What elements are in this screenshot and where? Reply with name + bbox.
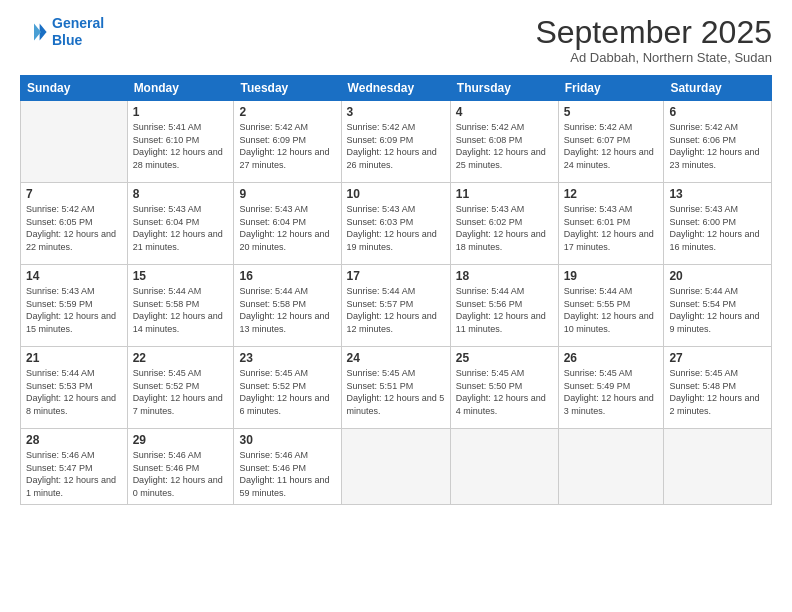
- day-info: Sunrise: 5:42 AMSunset: 6:07 PMDaylight:…: [564, 121, 659, 171]
- day-number: 14: [26, 269, 122, 283]
- day-number: 8: [133, 187, 229, 201]
- logo: General Blue: [20, 15, 104, 49]
- calendar-cell: [341, 429, 450, 504]
- day-number: 6: [669, 105, 766, 119]
- calendar-cell: 19Sunrise: 5:44 AMSunset: 5:55 PMDayligh…: [558, 265, 664, 347]
- calendar-cell: 14Sunrise: 5:43 AMSunset: 5:59 PMDayligh…: [21, 265, 128, 347]
- day-number: 17: [347, 269, 445, 283]
- day-info: Sunrise: 5:43 AMSunset: 5:59 PMDaylight:…: [26, 285, 122, 335]
- week-row: 14Sunrise: 5:43 AMSunset: 5:59 PMDayligh…: [21, 265, 772, 347]
- calendar-cell: 17Sunrise: 5:44 AMSunset: 5:57 PMDayligh…: [341, 265, 450, 347]
- calendar-cell: 29Sunrise: 5:46 AMSunset: 5:46 PMDayligh…: [127, 429, 234, 504]
- weekday-header: Sunday: [21, 76, 128, 101]
- day-info: Sunrise: 5:42 AMSunset: 6:08 PMDaylight:…: [456, 121, 553, 171]
- day-number: 1: [133, 105, 229, 119]
- weekday-header: Wednesday: [341, 76, 450, 101]
- day-info: Sunrise: 5:41 AMSunset: 6:10 PMDaylight:…: [133, 121, 229, 171]
- day-number: 23: [239, 351, 335, 365]
- calendar-cell: 10Sunrise: 5:43 AMSunset: 6:03 PMDayligh…: [341, 183, 450, 265]
- day-number: 24: [347, 351, 445, 365]
- day-number: 20: [669, 269, 766, 283]
- calendar-cell: 27Sunrise: 5:45 AMSunset: 5:48 PMDayligh…: [664, 347, 772, 429]
- day-info: Sunrise: 5:46 AMSunset: 5:46 PMDaylight:…: [239, 449, 335, 499]
- day-number: 19: [564, 269, 659, 283]
- day-info: Sunrise: 5:45 AMSunset: 5:52 PMDaylight:…: [133, 367, 229, 417]
- subtitle: Ad Dabbah, Northern State, Sudan: [535, 50, 772, 65]
- calendar-cell: 21Sunrise: 5:44 AMSunset: 5:53 PMDayligh…: [21, 347, 128, 429]
- calendar-cell: 28Sunrise: 5:46 AMSunset: 5:47 PMDayligh…: [21, 429, 128, 504]
- weekday-header: Thursday: [450, 76, 558, 101]
- day-number: 15: [133, 269, 229, 283]
- day-info: Sunrise: 5:43 AMSunset: 6:04 PMDaylight:…: [239, 203, 335, 253]
- day-info: Sunrise: 5:43 AMSunset: 6:04 PMDaylight:…: [133, 203, 229, 253]
- day-number: 10: [347, 187, 445, 201]
- logo-text: General Blue: [52, 15, 104, 49]
- week-row: 7Sunrise: 5:42 AMSunset: 6:05 PMDaylight…: [21, 183, 772, 265]
- day-info: Sunrise: 5:46 AMSunset: 5:46 PMDaylight:…: [133, 449, 229, 499]
- day-number: 18: [456, 269, 553, 283]
- calendar-cell: 3Sunrise: 5:42 AMSunset: 6:09 PMDaylight…: [341, 101, 450, 183]
- day-number: 22: [133, 351, 229, 365]
- day-number: 26: [564, 351, 659, 365]
- calendar-cell: 1Sunrise: 5:41 AMSunset: 6:10 PMDaylight…: [127, 101, 234, 183]
- calendar-cell: 22Sunrise: 5:45 AMSunset: 5:52 PMDayligh…: [127, 347, 234, 429]
- day-number: 4: [456, 105, 553, 119]
- calendar-cell: 13Sunrise: 5:43 AMSunset: 6:00 PMDayligh…: [664, 183, 772, 265]
- day-info: Sunrise: 5:44 AMSunset: 5:58 PMDaylight:…: [133, 285, 229, 335]
- header: General Blue September 2025 Ad Dabbah, N…: [20, 15, 772, 65]
- week-row: 28Sunrise: 5:46 AMSunset: 5:47 PMDayligh…: [21, 429, 772, 504]
- day-number: 11: [456, 187, 553, 201]
- calendar-cell: 26Sunrise: 5:45 AMSunset: 5:49 PMDayligh…: [558, 347, 664, 429]
- calendar-cell: 2Sunrise: 5:42 AMSunset: 6:09 PMDaylight…: [234, 101, 341, 183]
- day-info: Sunrise: 5:44 AMSunset: 5:53 PMDaylight:…: [26, 367, 122, 417]
- calendar-cell: 9Sunrise: 5:43 AMSunset: 6:04 PMDaylight…: [234, 183, 341, 265]
- logo-icon: [20, 18, 48, 46]
- calendar-cell: 6Sunrise: 5:42 AMSunset: 6:06 PMDaylight…: [664, 101, 772, 183]
- day-info: Sunrise: 5:45 AMSunset: 5:50 PMDaylight:…: [456, 367, 553, 417]
- day-info: Sunrise: 5:42 AMSunset: 6:09 PMDaylight:…: [239, 121, 335, 171]
- day-number: 16: [239, 269, 335, 283]
- calendar-cell: [21, 101, 128, 183]
- calendar-cell: 20Sunrise: 5:44 AMSunset: 5:54 PMDayligh…: [664, 265, 772, 347]
- day-number: 3: [347, 105, 445, 119]
- day-number: 21: [26, 351, 122, 365]
- weekday-header: Saturday: [664, 76, 772, 101]
- calendar-cell: 30Sunrise: 5:46 AMSunset: 5:46 PMDayligh…: [234, 429, 341, 504]
- calendar-cell: 18Sunrise: 5:44 AMSunset: 5:56 PMDayligh…: [450, 265, 558, 347]
- calendar-table: SundayMondayTuesdayWednesdayThursdayFrid…: [20, 75, 772, 504]
- day-info: Sunrise: 5:46 AMSunset: 5:47 PMDaylight:…: [26, 449, 122, 499]
- calendar-cell: 8Sunrise: 5:43 AMSunset: 6:04 PMDaylight…: [127, 183, 234, 265]
- weekday-header: Friday: [558, 76, 664, 101]
- day-info: Sunrise: 5:44 AMSunset: 5:56 PMDaylight:…: [456, 285, 553, 335]
- day-info: Sunrise: 5:44 AMSunset: 5:54 PMDaylight:…: [669, 285, 766, 335]
- calendar-cell: 5Sunrise: 5:42 AMSunset: 6:07 PMDaylight…: [558, 101, 664, 183]
- day-number: 7: [26, 187, 122, 201]
- day-info: Sunrise: 5:43 AMSunset: 6:01 PMDaylight:…: [564, 203, 659, 253]
- week-row: 21Sunrise: 5:44 AMSunset: 5:53 PMDayligh…: [21, 347, 772, 429]
- day-number: 30: [239, 433, 335, 447]
- day-number: 9: [239, 187, 335, 201]
- day-number: 12: [564, 187, 659, 201]
- day-info: Sunrise: 5:45 AMSunset: 5:48 PMDaylight:…: [669, 367, 766, 417]
- day-info: Sunrise: 5:43 AMSunset: 6:00 PMDaylight:…: [669, 203, 766, 253]
- page: General Blue September 2025 Ad Dabbah, N…: [0, 0, 792, 612]
- calendar-cell: 4Sunrise: 5:42 AMSunset: 6:08 PMDaylight…: [450, 101, 558, 183]
- title-block: September 2025 Ad Dabbah, Northern State…: [535, 15, 772, 65]
- day-number: 5: [564, 105, 659, 119]
- month-title: September 2025: [535, 15, 772, 50]
- weekday-header-row: SundayMondayTuesdayWednesdayThursdayFrid…: [21, 76, 772, 101]
- day-info: Sunrise: 5:43 AMSunset: 6:02 PMDaylight:…: [456, 203, 553, 253]
- calendar-cell: 16Sunrise: 5:44 AMSunset: 5:58 PMDayligh…: [234, 265, 341, 347]
- calendar-cell: 15Sunrise: 5:44 AMSunset: 5:58 PMDayligh…: [127, 265, 234, 347]
- calendar-cell: 12Sunrise: 5:43 AMSunset: 6:01 PMDayligh…: [558, 183, 664, 265]
- calendar-cell: 24Sunrise: 5:45 AMSunset: 5:51 PMDayligh…: [341, 347, 450, 429]
- day-info: Sunrise: 5:45 AMSunset: 5:49 PMDaylight:…: [564, 367, 659, 417]
- day-info: Sunrise: 5:44 AMSunset: 5:57 PMDaylight:…: [347, 285, 445, 335]
- day-info: Sunrise: 5:42 AMSunset: 6:06 PMDaylight:…: [669, 121, 766, 171]
- day-number: 28: [26, 433, 122, 447]
- calendar-cell: 11Sunrise: 5:43 AMSunset: 6:02 PMDayligh…: [450, 183, 558, 265]
- day-info: Sunrise: 5:42 AMSunset: 6:09 PMDaylight:…: [347, 121, 445, 171]
- calendar-cell: [450, 429, 558, 504]
- week-row: 1Sunrise: 5:41 AMSunset: 6:10 PMDaylight…: [21, 101, 772, 183]
- day-info: Sunrise: 5:44 AMSunset: 5:58 PMDaylight:…: [239, 285, 335, 335]
